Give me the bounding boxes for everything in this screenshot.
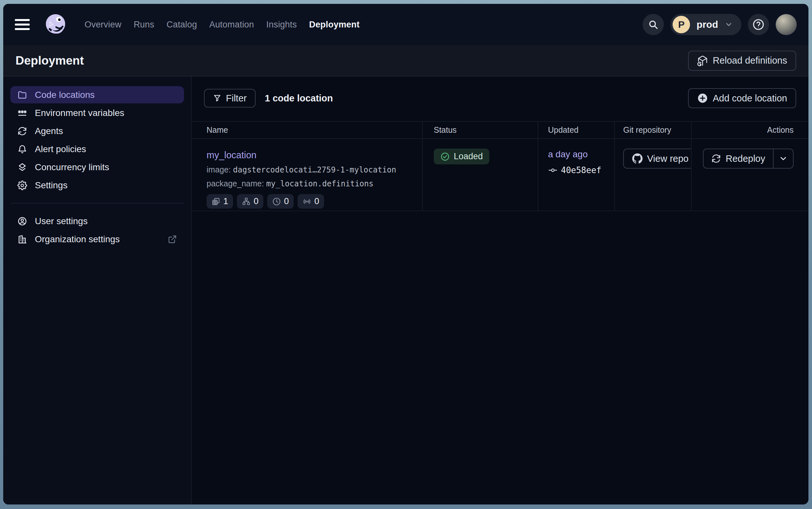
check-circle-icon: [440, 152, 450, 162]
updated-cell: a day ago 40e58eef: [538, 139, 614, 211]
bell-icon: [17, 144, 27, 154]
main-content: Filter 1 code location Add code location…: [192, 76, 808, 505]
toolbar: Filter 1 code location Add code location: [192, 88, 808, 108]
table-header: Name Status Updated Git repository Actio…: [192, 121, 808, 139]
sidebar: Code locations Environment variables: [3, 76, 192, 505]
redeploy-refresh-icon: [711, 154, 721, 163]
menu-icon[interactable]: [15, 19, 30, 30]
help-icon: [752, 18, 765, 31]
external-link-icon: [168, 235, 177, 244]
nav-overview[interactable]: Overview: [84, 20, 121, 30]
plus-circle-icon: [697, 93, 708, 104]
reload-cube-icon: [697, 55, 708, 66]
environment-switcher[interactable]: P prod: [670, 14, 741, 35]
primary-nav: Overview Runs Catalog Automation Insight…: [84, 20, 360, 30]
reload-definitions-button[interactable]: Reload definitions: [688, 51, 796, 71]
nav-catalog[interactable]: Catalog: [167, 20, 197, 30]
top-nav: Overview Runs Catalog Automation Insight…: [3, 4, 808, 45]
environment-initial: P: [673, 16, 690, 33]
redeploy-button[interactable]: Redeploy: [704, 149, 773, 168]
col-actions: Actions: [691, 122, 808, 138]
gear-icon: [17, 180, 27, 190]
folder-icon: [17, 90, 27, 100]
sidebar-item-user-settings[interactable]: User settings: [10, 212, 184, 230]
commit-icon: [548, 165, 558, 175]
package-line: package_name: my_location.definitions: [207, 179, 422, 188]
actions-cell: Redeploy: [691, 139, 808, 211]
app-window: Overview Runs Catalog Automation Insight…: [3, 4, 808, 505]
sidebar-item-code-locations[interactable]: Code locations: [10, 86, 184, 103]
page-title: Deployment: [15, 54, 84, 68]
commit-line: 40e58eef: [548, 165, 614, 175]
environment-name: prod: [697, 19, 718, 30]
sidebar-item-environment-variables[interactable]: Environment variables: [10, 104, 184, 122]
sensor-icon: [302, 197, 311, 206]
tables-badge[interactable]: 1: [207, 194, 233, 209]
col-git-repository: Git repository: [614, 122, 691, 138]
user-circle-icon: [17, 216, 27, 226]
tables-icon: [211, 197, 220, 206]
sidebar-item-concurrency-limits[interactable]: Concurrency limits: [10, 159, 184, 176]
sidebar-divider: [11, 203, 183, 203]
code-location-count: 1 code location: [265, 93, 333, 104]
nav-deployment[interactable]: Deployment: [309, 20, 360, 30]
nav-automation[interactable]: Automation: [209, 20, 254, 30]
sidebar-item-organization-settings[interactable]: Organization settings: [10, 231, 184, 248]
view-repo-button[interactable]: View repo: [623, 148, 691, 169]
sidebar-item-settings[interactable]: Settings: [10, 177, 184, 194]
git-repo-cell: View repo: [614, 139, 691, 211]
env-vars-icon: [17, 108, 27, 118]
dagster-logo[interactable]: [43, 12, 68, 37]
code-location-link[interactable]: my_location: [207, 150, 257, 161]
updated-time-link[interactable]: a day ago: [548, 149, 588, 160]
schedules-badge[interactable]: 0: [267, 194, 294, 209]
search-icon: [648, 20, 658, 30]
layers-icon: [17, 163, 27, 172]
filter-icon: [213, 94, 221, 102]
building-icon: [17, 235, 27, 244]
image-line: image: dagstercodelocati…2759-1-mylocati…: [207, 165, 422, 174]
nav-right-cluster: P prod: [642, 14, 797, 35]
agents-refresh-icon: [17, 126, 27, 136]
help-button[interactable]: [748, 14, 769, 35]
user-avatar[interactable]: [776, 14, 797, 35]
clock-icon: [272, 197, 281, 206]
name-cell: my_location image: dagstercodelocati…275…: [192, 139, 422, 211]
github-icon: [632, 154, 642, 164]
table-row: my_location image: dagstercodelocati…275…: [192, 139, 808, 211]
code-locations-table: Name Status Updated Git repository Actio…: [192, 121, 808, 211]
col-updated: Updated: [538, 122, 614, 138]
status-badge: Loaded: [434, 148, 489, 164]
chevron-down-icon: [725, 20, 733, 29]
graphs-badge[interactable]: 0: [237, 194, 263, 209]
col-name: Name: [192, 122, 422, 138]
sidebar-item-agents[interactable]: Agents: [10, 123, 184, 139]
chevron-down-icon: [779, 154, 788, 163]
add-code-location-button[interactable]: Add code location: [688, 88, 796, 108]
nav-runs[interactable]: Runs: [134, 20, 154, 30]
search-button[interactable]: [642, 14, 664, 35]
col-status: Status: [422, 122, 538, 138]
status-cell: Loaded: [422, 139, 538, 211]
nav-insights[interactable]: Insights: [266, 20, 297, 30]
graph-icon: [242, 197, 251, 206]
definition-badges: 1 0: [207, 194, 422, 209]
sensors-badge[interactable]: 0: [298, 194, 324, 209]
filter-button[interactable]: Filter: [204, 89, 256, 107]
sidebar-item-alert-policies[interactable]: Alert policies: [10, 140, 184, 158]
redeploy-split-button: Redeploy: [703, 148, 793, 169]
redeploy-menu-button[interactable]: [773, 149, 793, 168]
page-header: Deployment Reload definitions: [3, 45, 808, 76]
